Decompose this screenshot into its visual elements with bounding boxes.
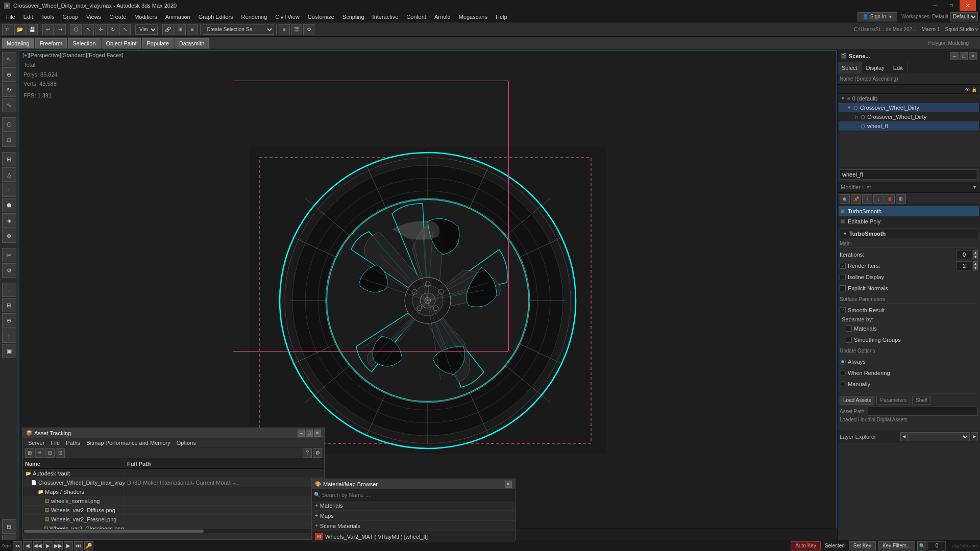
- render-btn[interactable]: 🎬: [291, 24, 302, 35]
- scene-item-wheel-fl[interactable]: ▷ ⬡ wheel_fl: [839, 121, 979, 131]
- at-minimize[interactable]: ─: [298, 430, 305, 437]
- ts-render-iters-up[interactable]: ▲: [973, 261, 978, 266]
- ts-render-iters-spinner[interactable]: ▲ ▼: [956, 261, 978, 270]
- lt-btn-5[interactable]: ⬡: [2, 117, 16, 132]
- ts-smooth-checkbox[interactable]: ✓: [840, 307, 846, 313]
- mode-selection[interactable]: Selection: [68, 38, 100, 48]
- ts-iterations-input[interactable]: [956, 250, 972, 259]
- at-row-tex2[interactable]: 🖼 Wheels_var2_Diffuse.png: [23, 506, 324, 515]
- menu-customize[interactable]: Customize: [304, 11, 338, 22]
- mat-item-wheels[interactable]: M Wheels_Var2_MAT ( VRayMtl ) [wheel_fl]: [312, 531, 515, 542]
- signin-btn[interactable]: 👤 Sign In ▼: [857, 12, 897, 21]
- lt-btn-11[interactable]: ◈: [2, 213, 16, 228]
- mode-freeform[interactable]: Freeform: [35, 38, 67, 48]
- menu-modifiers[interactable]: Modifiers: [130, 11, 161, 22]
- new-btn[interactable]: □: [2, 24, 13, 35]
- at-tb-help[interactable]: ?: [303, 448, 312, 458]
- mat-section-materials[interactable]: + Materials: [312, 500, 515, 511]
- ts-render-iters-down[interactable]: ▼: [973, 266, 978, 270]
- menu-megascans[interactable]: Megascans: [455, 11, 492, 22]
- move-btn[interactable]: ✛: [95, 24, 106, 35]
- redo-btn[interactable]: ↪: [55, 24, 66, 35]
- minimize-btn[interactable]: ─: [927, 0, 943, 11]
- menu-content[interactable]: Content: [402, 11, 430, 22]
- pb-prev-frame[interactable]: ◀: [23, 541, 32, 550]
- menu-civil-view[interactable]: Civil View: [271, 11, 303, 22]
- mod-tb-5[interactable]: 🗑: [885, 194, 895, 204]
- menu-tools[interactable]: Tools: [37, 11, 59, 22]
- at-menu-bitmap[interactable]: Bitmap Performance and Memory: [83, 438, 173, 447]
- scene-tab-display[interactable]: Display: [862, 62, 889, 73]
- at-scrollbar-thumb[interactable]: [24, 530, 204, 533]
- mod-tb-4[interactable]: ↓: [873, 194, 884, 204]
- at-tb-settings[interactable]: ⚙: [313, 448, 322, 458]
- lt-btn-19[interactable]: ▣: [2, 344, 16, 358]
- menu-rendering[interactable]: Rendering: [237, 11, 272, 22]
- at-row-file[interactable]: 📄 Crossover_Wheel_Dirty_max_vray.max D:\…: [23, 478, 324, 487]
- render-setup-btn[interactable]: ⚙: [303, 24, 314, 35]
- lt-btn-9[interactable]: ○: [2, 183, 16, 197]
- pb-next-frame[interactable]: ▶: [64, 541, 73, 550]
- at-scrollbar[interactable]: [23, 529, 324, 533]
- at-tb-2[interactable]: ≡: [35, 448, 44, 458]
- mat-search-input[interactable]: [322, 492, 513, 498]
- at-menu-options[interactable]: Options: [174, 438, 199, 447]
- menu-group[interactable]: Group: [58, 11, 82, 22]
- maximize-btn[interactable]: □: [943, 0, 960, 11]
- ts-always-radio[interactable]: [840, 359, 846, 365]
- lt-btn-16[interactable]: ⊟: [2, 298, 16, 312]
- lt-btn-7[interactable]: ⊞: [2, 152, 16, 166]
- lt-btn-6[interactable]: □: [2, 133, 16, 147]
- menu-help[interactable]: Help: [492, 11, 511, 22]
- menu-graph-editors[interactable]: Graph Editors: [194, 11, 237, 22]
- link-btn[interactable]: 🔗: [162, 24, 174, 35]
- scale-btn[interactable]: ⤡: [119, 24, 131, 35]
- mat-close[interactable]: ✕: [505, 481, 512, 488]
- at-tb-3[interactable]: ⊟: [45, 448, 55, 458]
- mode-datasmith[interactable]: Datasmith: [175, 38, 209, 48]
- mode-object-paint[interactable]: Object Paint: [102, 38, 141, 48]
- scene-maximize-btn[interactable]: □: [960, 52, 968, 60]
- select-obj-btn[interactable]: ⬡: [70, 24, 82, 35]
- layers-btn[interactable]: ≡: [279, 24, 290, 35]
- menu-file[interactable]: File: [2, 11, 19, 22]
- rotate-btn[interactable]: ↻: [107, 24, 118, 35]
- undo-btn[interactable]: ↩: [42, 24, 54, 35]
- at-row-tex1[interactable]: 🖼 wheels_normal.png: [23, 496, 324, 506]
- open-btn[interactable]: 📂: [14, 24, 26, 35]
- ts-smoothing-checkbox[interactable]: [846, 337, 852, 343]
- mat-section-maps[interactable]: + Maps: [312, 511, 515, 521]
- mod-tb-2[interactable]: 📌: [851, 194, 861, 204]
- lt-btn-18[interactable]: ⋮: [2, 329, 16, 343]
- lt-btn-8[interactable]: △: [2, 167, 16, 182]
- at-close[interactable]: ✕: [314, 430, 321, 437]
- ts-iterations-down[interactable]: ▼: [973, 255, 978, 259]
- lt-btn-13[interactable]: ✂: [2, 248, 16, 262]
- save-btn[interactable]: 💾: [27, 24, 38, 35]
- mirror-btn[interactable]: ⊞: [175, 24, 186, 35]
- layer-prev-btn[interactable]: ◀: [900, 432, 908, 441]
- mode-populate[interactable]: Populate: [142, 38, 173, 48]
- shelf-tab[interactable]: Shelf: [912, 396, 931, 405]
- scene-tab-edit[interactable]: Edit: [889, 62, 908, 73]
- scene-item-crossover-obj[interactable]: ▷ ⬡ Crossover_Wheel_Dirty: [839, 112, 979, 121]
- ts-render-iters-checkbox[interactable]: ✓: [840, 263, 846, 269]
- pb-key[interactable]: 🔑: [84, 541, 93, 550]
- at-row-maps[interactable]: 📁 Maps / Shaders: [23, 487, 324, 496]
- menu-create[interactable]: Create: [105, 11, 130, 22]
- mod-tb-3[interactable]: ↑: [862, 194, 872, 204]
- lt-btn-1[interactable]: ↖: [2, 52, 16, 66]
- auto-key-btn[interactable]: Auto Key: [791, 541, 821, 550]
- ts-render-iters-input[interactable]: [956, 261, 972, 270]
- workspace-select[interactable]: Default: [950, 12, 978, 21]
- object-name-input[interactable]: [840, 169, 978, 180]
- lt-filter-btn[interactable]: ⊟: [2, 519, 16, 534]
- search-icon[interactable]: 🔍: [917, 541, 926, 550]
- menu-animation[interactable]: Animation: [161, 11, 194, 22]
- view-select[interactable]: View: [135, 24, 158, 35]
- ts-when-rendering-radio[interactable]: [840, 370, 846, 376]
- lt-btn-17[interactable]: ⊕: [2, 313, 16, 328]
- ts-iterations-spinner[interactable]: ▲ ▼: [956, 250, 978, 259]
- at-menu-paths[interactable]: Paths: [63, 438, 83, 447]
- layer-select[interactable]: [909, 432, 970, 441]
